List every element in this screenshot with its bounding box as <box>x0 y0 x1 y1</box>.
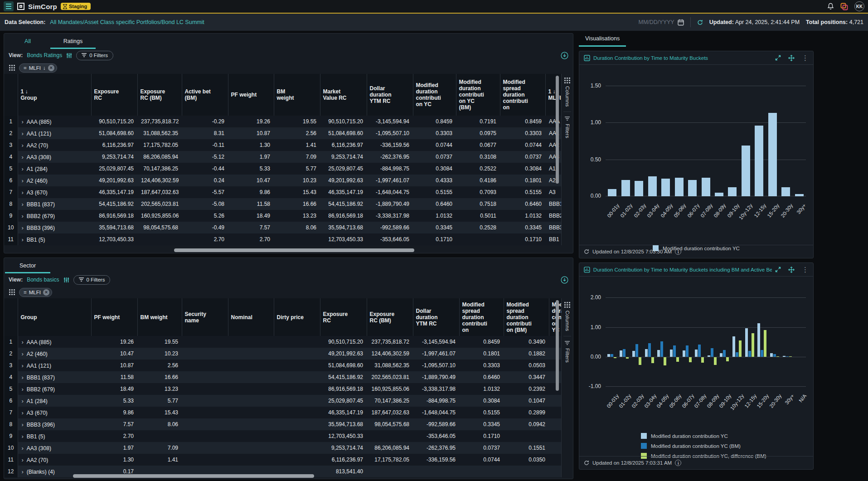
kebab-menu-icon[interactable]: ⋮ <box>802 56 809 60</box>
column-header[interactable]: Modified duration contributi on YC (BM) <box>456 74 500 116</box>
chip-close-icon[interactable]: × <box>43 289 49 296</box>
column-header[interactable]: PF weight <box>91 298 137 336</box>
expand-chevron-icon[interactable]: › <box>22 130 24 137</box>
expand-chevron-icon[interactable]: › <box>22 213 24 219</box>
column-header[interactable]: Dirty price <box>274 298 320 336</box>
chart-title[interactable]: Duration Contribution by Time to Maturit… <box>593 55 708 61</box>
expand-icon[interactable] <box>775 267 781 272</box>
expand-chevron-icon[interactable]: › <box>22 142 24 149</box>
expand-chevron-icon[interactable]: › <box>22 386 24 393</box>
expand-chevron-icon[interactable]: › <box>22 433 24 440</box>
horizontal-scrollbar[interactable] <box>73 474 314 478</box>
kebab-menu-icon[interactable]: ⋮ <box>802 267 809 272</box>
refresh-icon[interactable] <box>584 249 589 254</box>
expand-chevron-icon[interactable]: › <box>22 457 24 463</box>
view-name-link[interactable]: Bonds Ratings <box>27 52 62 58</box>
column-header[interactable]: Dollar duration YTM RC <box>367 74 413 116</box>
expand-chevron-icon[interactable]: › <box>22 421 24 428</box>
horizontal-scrollbar[interactable] <box>174 248 414 252</box>
expand-chevron-icon[interactable]: › <box>22 362 24 369</box>
expand-chevron-icon[interactable]: › <box>22 350 24 357</box>
column-header[interactable]: Exposure RC (BM) <box>367 298 413 336</box>
date-input[interactable]: MM/DD/YYYY <box>638 19 684 26</box>
legend-label: Modified duration contribution YC (BM) <box>651 443 741 449</box>
column-header[interactable]: BM weight <box>274 74 320 116</box>
filters-pill[interactable]: 0 Filters <box>73 275 111 285</box>
column-header[interactable]: Security name <box>182 298 228 336</box>
expand-chevron-icon[interactable]: › <box>22 236 24 243</box>
column-header[interactable]: Active bet (BM) <box>182 74 228 116</box>
expand-chevron-icon[interactable]: › <box>22 224 24 231</box>
column-header[interactable]: PF weight <box>228 74 274 116</box>
row-groups-icon[interactable] <box>9 65 10 66</box>
chart-title[interactable]: Duration Contribution by Time to Maturit… <box>593 267 772 272</box>
filters-side-tab[interactable]: Filters <box>565 348 570 363</box>
move-icon[interactable] <box>788 55 795 61</box>
filters-side-tab[interactable]: Filters <box>565 124 570 138</box>
columns-side-tab[interactable]: Columns <box>565 311 570 331</box>
refresh-icon[interactable] <box>697 19 703 25</box>
notifications-bell-icon[interactable] <box>827 3 834 10</box>
move-icon[interactable] <box>788 267 795 273</box>
expand-chevron-icon[interactable]: › <box>22 468 24 475</box>
column-header[interactable]: BM weight <box>137 298 182 336</box>
column-header[interactable]: 1 ↓ Group <box>18 74 91 116</box>
chip-close-icon[interactable]: × <box>48 65 54 71</box>
filters-pill[interactable]: 0 Filters <box>76 51 113 60</box>
expand-chevron-icon[interactable]: › <box>22 409 24 416</box>
info-icon[interactable]: i <box>675 460 681 466</box>
refresh-icon[interactable] <box>584 460 589 466</box>
column-header[interactable]: Dollar duration YTM RC <box>413 298 459 336</box>
column-header[interactable]: Modified duration contributi on YC <box>413 74 456 116</box>
column-header[interactable]: Modified spread duration contributi on <box>500 74 545 116</box>
legend-item[interactable]: Modified duration contribution YC <box>641 433 728 439</box>
column-header[interactable]: Market Value RC <box>320 74 367 116</box>
expand-chevron-icon[interactable]: › <box>22 445 24 452</box>
expand-chevron-icon[interactable]: › <box>22 374 24 381</box>
export-download-icon[interactable] <box>561 52 568 59</box>
column-header[interactable]: Modified spread duration contributi on (… <box>504 298 549 336</box>
columns-grid-icon[interactable] <box>564 78 566 79</box>
view-name-link[interactable]: Bonds basics <box>27 277 59 283</box>
tab-all[interactable]: All <box>5 34 50 49</box>
hamburger-menu-icon[interactable] <box>4 1 14 11</box>
column-header[interactable]: Group <box>18 298 91 336</box>
column-settings-icon[interactable] <box>63 277 69 283</box>
column-header[interactable]: Exposure RC <box>91 74 137 116</box>
column-header[interactable]: Modified duration contributi on YC <box>549 298 561 336</box>
column-header[interactable]: Exposure RC (BM) <box>137 74 182 116</box>
column-header[interactable]: Exposure RC <box>320 298 367 336</box>
expand-chevron-icon[interactable]: › <box>22 154 24 160</box>
row-groups-icon[interactable] <box>9 289 10 291</box>
columns-side-tab[interactable]: Columns <box>565 86 570 107</box>
expand-chevron-icon[interactable]: › <box>22 165 24 172</box>
sort-direction-icon[interactable]: ↓ <box>43 65 46 71</box>
columns-grid-icon[interactable] <box>564 302 566 303</box>
tab-sector[interactable]: Sector <box>5 259 50 273</box>
filters-side-icon[interactable] <box>565 341 570 345</box>
column-settings-icon[interactable] <box>66 53 72 58</box>
tab-ratings[interactable]: Ratings <box>50 34 96 49</box>
expand-chevron-icon[interactable]: › <box>22 118 24 125</box>
apps-switcher-icon[interactable] <box>840 3 848 10</box>
expand-chevron-icon[interactable]: › <box>22 177 24 184</box>
expand-chevron-icon[interactable]: › <box>22 339 24 345</box>
sort-chip-mlfi[interactable]: =MLFI↓× <box>19 63 57 73</box>
expand-chevron-icon[interactable]: › <box>22 189 24 196</box>
expand-icon[interactable] <box>775 55 781 61</box>
tab-visualisations[interactable]: Visualisations <box>579 33 626 47</box>
user-avatar[interactable]: KK <box>854 1 864 11</box>
total-positions-label: Total positions: <box>806 19 848 25</box>
column-header[interactable]: Nominal <box>228 298 274 336</box>
expand-chevron-icon[interactable]: › <box>22 201 24 208</box>
info-icon[interactable]: i <box>675 248 681 255</box>
export-download-icon[interactable] <box>561 276 568 284</box>
vertical-scrollbar[interactable] <box>556 300 559 391</box>
vertical-scrollbar[interactable] <box>556 76 559 184</box>
column-header[interactable]: Modified spread duration contributi on <box>459 298 504 336</box>
legend-item[interactable]: Modified duration contribution YC (BM) <box>641 443 741 449</box>
sort-chip-mlfi[interactable]: =MLFI× <box>19 288 52 297</box>
expand-chevron-icon[interactable]: › <box>22 398 24 404</box>
data-selection-path-link[interactable]: All Mandates/Asset Class specific Portfo… <box>50 19 204 25</box>
filters-side-icon[interactable] <box>565 117 570 121</box>
